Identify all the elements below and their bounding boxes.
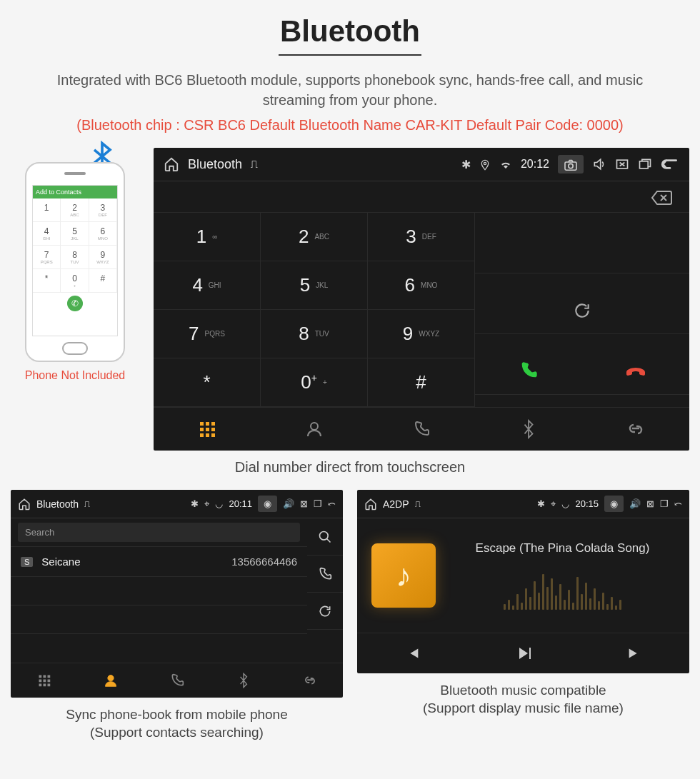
- phone-key: 5JKL: [61, 222, 89, 246]
- nav-pair[interactable]: [276, 663, 343, 698]
- nav-bluetooth[interactable]: [475, 408, 582, 451]
- svg-rect-17: [43, 675, 46, 678]
- home-icon[interactable]: [164, 156, 179, 172]
- end-call-button[interactable]: [625, 361, 646, 381]
- volume-icon[interactable]: 🔊: [629, 498, 641, 509]
- visualizer: [450, 567, 675, 610]
- phone-key: 0+: [61, 269, 89, 293]
- contacts-caption: Sync phone-book from mobile phone (Suppo…: [11, 706, 343, 741]
- location-icon: [479, 158, 491, 171]
- head-unit-dialer: Bluetooth ⎍ ✱ 20:12 1∞2ABC3DEF4GHI5JKL6M…: [154, 148, 689, 451]
- call-contact-button[interactable]: [307, 556, 343, 593]
- phone-mockup: Add to Contacts 12ABC3DEF4GHI5JKL6MNO7PQ…: [25, 162, 125, 362]
- status-title: Bluetooth: [36, 498, 79, 510]
- bluetooth-icon: ✱: [537, 498, 545, 509]
- svg-point-2: [569, 164, 573, 168]
- phone-key: 8TUV: [61, 246, 89, 269]
- prev-track-button[interactable]: [357, 633, 468, 673]
- dial-key-8[interactable]: 8TUV: [261, 310, 368, 358]
- dial-key-3[interactable]: 3DEF: [368, 213, 475, 261]
- svg-rect-22: [39, 684, 41, 687]
- status-title: Bluetooth: [188, 157, 242, 172]
- nav-contacts[interactable]: [77, 663, 144, 698]
- dial-key-5[interactable]: 5JKL: [261, 261, 368, 310]
- back-icon[interactable]: [661, 157, 679, 171]
- phone-key: #: [89, 269, 117, 293]
- usb-icon: ⎍: [84, 498, 90, 509]
- intro-text: Integrated with BC6 Bluetooth module, su…: [39, 70, 661, 110]
- phone-header: Add to Contacts: [33, 186, 117, 198]
- refresh-button[interactable]: [573, 299, 591, 320]
- back-icon[interactable]: ⤺: [328, 498, 336, 509]
- camera-icon[interactable]: ◉: [258, 496, 277, 512]
- search-button[interactable]: [307, 518, 343, 556]
- svg-rect-19: [39, 680, 41, 683]
- svg-rect-4: [640, 161, 649, 169]
- dial-key-9[interactable]: 9WXYZ: [368, 310, 475, 358]
- backspace-button[interactable]: [651, 188, 672, 206]
- svg-rect-18: [47, 675, 50, 678]
- svg-point-25: [107, 675, 113, 681]
- dial-key-2[interactable]: 2ABC: [261, 213, 368, 261]
- svg-rect-5: [200, 422, 204, 426]
- refresh-contacts-button[interactable]: [307, 593, 343, 630]
- nav-recent[interactable]: [144, 663, 210, 698]
- dial-key-#[interactable]: #: [368, 358, 475, 407]
- close-icon[interactable]: ⊠: [646, 498, 654, 509]
- phone-key: 6MNO: [89, 222, 117, 246]
- call-button[interactable]: [519, 360, 539, 381]
- phone-call-icon: ✆: [67, 296, 83, 311]
- head-unit-contacts: Bluetooth ⎍ ✱ ⌖ ◡ 20:11 ◉ 🔊 ⊠ ❐ ⤺: [11, 490, 343, 698]
- svg-point-14: [311, 423, 318, 430]
- nav-pair[interactable]: [582, 408, 689, 451]
- nav-recent[interactable]: [368, 408, 475, 451]
- close-icon[interactable]: ⊠: [300, 498, 308, 509]
- dial-key-0[interactable]: 0++: [261, 358, 368, 407]
- song-title: Escape (The Pina Colada Song): [450, 541, 675, 556]
- phone-key: 4GHI: [33, 222, 61, 246]
- dial-key-*[interactable]: *: [154, 358, 261, 407]
- next-track-button[interactable]: [579, 633, 689, 673]
- phone-key: 7PQRS: [33, 246, 61, 269]
- contact-row[interactable]: SSeicane13566664466: [11, 547, 307, 577]
- camera-icon[interactable]: [558, 155, 584, 174]
- windows-icon[interactable]: ❐: [660, 498, 669, 509]
- svg-rect-13: [211, 433, 215, 437]
- volume-icon[interactable]: [592, 157, 606, 171]
- svg-rect-6: [206, 422, 209, 426]
- play-pause-button[interactable]: [468, 633, 579, 673]
- nav-contacts[interactable]: [261, 408, 368, 451]
- wifi-icon: ◡: [215, 498, 223, 509]
- volume-icon[interactable]: 🔊: [283, 498, 294, 509]
- svg-rect-7: [211, 422, 215, 426]
- dial-key-4[interactable]: 4GHI: [154, 261, 261, 310]
- title-underline: [279, 54, 421, 56]
- home-icon[interactable]: [18, 498, 31, 511]
- dial-key-7[interactable]: 7PQRS: [154, 310, 261, 358]
- album-art-icon: ♪: [371, 543, 436, 608]
- dial-key-6[interactable]: 6MNO: [368, 261, 475, 310]
- status-time: 20:12: [521, 158, 549, 171]
- svg-rect-16: [39, 675, 41, 678]
- windows-icon[interactable]: ❐: [314, 498, 322, 509]
- back-icon[interactable]: ⤺: [674, 498, 682, 509]
- search-input[interactable]: Search: [18, 523, 300, 542]
- bluetooth-icon: ✱: [191, 498, 199, 509]
- windows-icon[interactable]: [638, 157, 652, 171]
- usb-icon: ⎍: [415, 498, 421, 509]
- phone-caption: Phone Not Included: [25, 369, 126, 382]
- nav-keypad[interactable]: [154, 408, 261, 451]
- phone-key: 9WXYZ: [89, 246, 117, 269]
- svg-rect-24: [47, 684, 50, 687]
- close-icon[interactable]: [615, 157, 629, 171]
- head-unit-music: A2DP ⎍ ✱ ⌖ ◡ 20:15 ◉ 🔊 ⊠ ❐ ⤺ ♪ Escape: [357, 490, 689, 673]
- nav-keypad[interactable]: [11, 663, 77, 698]
- svg-point-0: [484, 162, 486, 164]
- camera-icon[interactable]: ◉: [604, 496, 624, 512]
- dial-key-1[interactable]: 1∞: [154, 213, 261, 261]
- nav-bluetooth[interactable]: [210, 663, 276, 698]
- svg-point-15: [320, 531, 329, 540]
- svg-rect-21: [47, 680, 50, 683]
- home-icon[interactable]: [364, 498, 377, 511]
- svg-rect-9: [206, 428, 209, 431]
